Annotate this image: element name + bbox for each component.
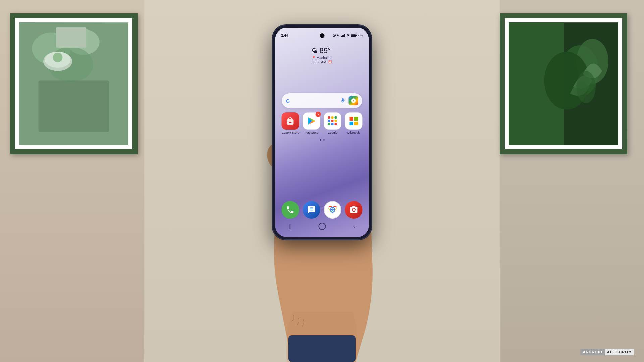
svg-rect-20: [343, 35, 344, 37]
google-dot-4: [328, 120, 330, 122]
dock-item-chrome[interactable]: [323, 201, 342, 219]
google-dot-5: [331, 120, 333, 122]
play-store-badge: 2: [316, 112, 321, 117]
svg-rect-4: [39, 80, 109, 132]
play-store-icon-container: 2: [303, 112, 320, 130]
weather-temp-display: 🌤 89°: [312, 46, 332, 55]
svg-rect-19: [342, 35, 343, 37]
play-store-svg: [307, 116, 317, 126]
google-dot-8: [331, 123, 333, 125]
watermark-authority: AUTHORITY: [605, 349, 634, 355]
ms-square-blue: [349, 122, 353, 126]
dock: [281, 201, 363, 219]
google-apps-dots: [328, 116, 337, 126]
battery-icon: [351, 34, 357, 37]
weather-widget: 🌤 89° 📍 Manhattan 11:59 AM ⏰: [312, 46, 332, 64]
status-icons: •: [332, 34, 363, 37]
phone-app-icon: [282, 201, 299, 219]
location-name: Manhattan: [317, 56, 332, 60]
dock-item-phone[interactable]: [281, 201, 300, 219]
google-dot-3: [334, 116, 337, 119]
google-icon-container: [324, 112, 341, 130]
google-dot-2: [331, 116, 333, 119]
google-g-logo: G: [286, 98, 290, 104]
google-dot-7: [328, 123, 330, 125]
phone-device: 2:44 •: [273, 25, 372, 240]
camera-svg-icon: [349, 205, 358, 214]
messages-svg-icon: [307, 205, 316, 214]
app-grid: Galaxy Store 2: [281, 112, 363, 134]
recent-apps-button[interactable]: |||: [289, 224, 291, 229]
galaxy-store-label: Galaxy Store: [282, 131, 299, 134]
frame-right-photo: [509, 22, 618, 145]
play-icon: [336, 34, 339, 37]
app-item-play-store[interactable]: 2: [302, 112, 321, 134]
phone-svg-icon: [286, 205, 295, 214]
microsoft-label: Microsoft: [347, 131, 360, 134]
svg-rect-24: [351, 34, 356, 36]
hand-container: 2:44 •: [238, 0, 406, 362]
svg-rect-14: [288, 335, 356, 362]
dot-icon: •: [340, 34, 340, 37]
signal-icon: [341, 34, 345, 37]
ms-square-green: [354, 117, 358, 121]
dock-item-messages[interactable]: [302, 201, 321, 219]
battery-percent: 87%: [358, 34, 363, 37]
frame-left-photo: [19, 22, 128, 145]
search-bar[interactable]: G: [282, 93, 362, 108]
svg-point-7: [53, 53, 63, 62]
navigation-bar: ||| ‹: [275, 220, 369, 233]
google-dot-9: [334, 123, 337, 125]
status-time: 2:44: [281, 34, 288, 37]
location-pin-icon: 📍: [312, 56, 316, 60]
app-item-google[interactable]: Google: [323, 112, 342, 134]
app-item-galaxy-store[interactable]: Galaxy Store: [281, 112, 300, 134]
galaxy-store-svg: [285, 116, 296, 126]
watermark-android: ANDROID: [580, 349, 604, 355]
camera-app-icon: [345, 201, 362, 219]
svg-rect-26: [289, 121, 292, 121]
watermark: ANDROID AUTHORITY: [580, 349, 634, 355]
wall-frame-right: [500, 13, 627, 154]
svg-rect-27: [289, 122, 292, 123]
svg-point-16: [334, 35, 335, 36]
wall-frame-left: [10, 13, 138, 154]
svg-rect-21: [344, 34, 345, 37]
camera-cutout: [320, 33, 324, 38]
wifi-icon: [346, 34, 350, 37]
messages-app-icon: [303, 201, 320, 219]
frame-left-inner: [15, 18, 132, 149]
back-button[interactable]: ‹: [353, 223, 355, 230]
google-lens-icon[interactable]: [349, 96, 358, 105]
svg-rect-23: [356, 35, 357, 36]
app-item-microsoft[interactable]: Microsoft: [344, 112, 363, 134]
svg-point-13: [576, 71, 596, 103]
phone-screen: 2:44 •: [275, 28, 369, 237]
page-dots: [320, 139, 325, 141]
weather-time: 11:59 AM ⏰: [312, 60, 332, 64]
chrome-app-icon: [324, 201, 341, 219]
alarm-icon: ⏰: [328, 60, 332, 64]
svg-rect-18: [341, 36, 342, 37]
svg-point-32: [331, 209, 334, 211]
frame-right-inner: [505, 18, 622, 149]
weather-icon: 🌤: [312, 47, 318, 54]
play-store-label: Play Store: [305, 131, 319, 134]
ms-square-yellow: [354, 122, 358, 126]
temperature: 89°: [320, 46, 331, 55]
ms-square-red: [349, 117, 353, 121]
settings-icon: [332, 34, 336, 37]
microsoft-icon-container: [345, 112, 362, 130]
page-dot-1: [323, 139, 325, 141]
chrome-svg-icon: [327, 205, 337, 215]
home-button[interactable]: [319, 223, 326, 230]
google-dot-1: [328, 116, 330, 119]
microphone-icon[interactable]: [340, 98, 346, 104]
google-dot-6: [334, 120, 337, 122]
google-label: Google: [328, 131, 337, 134]
microsoft-grid: [349, 117, 358, 125]
svg-marker-17: [337, 34, 339, 36]
weather-location: 📍 Manhattan: [312, 56, 332, 60]
galaxy-store-icon: [282, 112, 299, 130]
dock-item-camera[interactable]: [344, 201, 363, 219]
